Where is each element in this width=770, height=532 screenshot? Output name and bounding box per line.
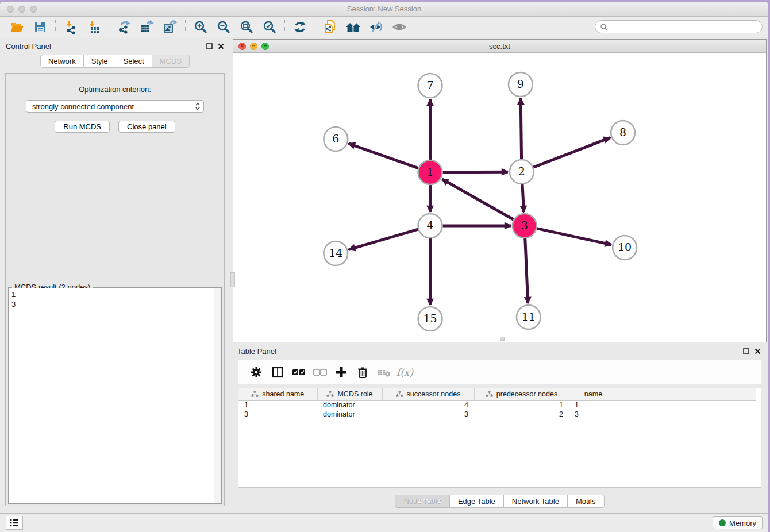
export-image-icon[interactable] [159, 18, 182, 36]
panel-splitter-grip[interactable] [230, 272, 235, 287]
cell-filler [618, 410, 756, 419]
import-table-icon[interactable] [82, 18, 105, 36]
mcds-result-text[interactable]: 13 [9, 288, 214, 503]
table-panel: Table Panel [233, 344, 767, 513]
edge-1-2[interactable] [442, 172, 508, 172]
table-tab-edge-table[interactable]: Edge Table [450, 495, 504, 508]
edge-3-10[interactable] [537, 229, 611, 245]
control-tab-select[interactable]: Select [116, 55, 152, 68]
clone-network-icon[interactable] [319, 18, 342, 36]
graph-node-1[interactable]: 1 [418, 160, 442, 184]
control-tab-network[interactable]: Network [40, 55, 84, 68]
cell-successor-nodes[interactable]: 3 [382, 410, 474, 419]
network-minimize-button[interactable]: − [250, 43, 257, 50]
graph-node-4[interactable]: 4 [418, 214, 442, 238]
cell-successor-nodes[interactable]: 4 [382, 400, 474, 410]
cell-shared-name[interactable]: 1 [238, 400, 317, 410]
edge-3-11[interactable] [525, 238, 528, 303]
save-session-icon[interactable] [29, 18, 52, 36]
graph-node-10[interactable]: 10 [613, 236, 637, 260]
svg-text:11: 11 [522, 310, 536, 323]
graph-node-3[interactable]: 3 [513, 214, 537, 238]
search-input[interactable] [611, 23, 757, 31]
close-panel-icon[interactable] [218, 43, 224, 49]
cell-predecessor-nodes[interactable]: 1 [474, 400, 569, 410]
edge-2-9[interactable] [521, 98, 521, 159]
column-header-shared-name[interactable]: shared name [238, 388, 317, 400]
show-all-icon[interactable] [388, 18, 411, 36]
control-tab-mcds[interactable]: MCDS [152, 55, 190, 68]
window-title: Session: New Session [0, 5, 768, 13]
zoom-in-icon[interactable] [189, 18, 212, 36]
export-table-icon[interactable] [136, 18, 159, 36]
edge-2-3[interactable] [522, 184, 524, 212]
table-tab-motifs[interactable]: Motifs [568, 495, 605, 508]
float-panel-icon[interactable] [743, 348, 749, 354]
table-settings-icon[interactable] [245, 364, 267, 381]
function-builder-icon[interactable]: f(x) [394, 364, 415, 381]
network-canvas[interactable]: 7968124314101511 [233, 53, 766, 342]
edge-1-6[interactable] [349, 144, 418, 168]
zoom-out-icon[interactable] [212, 18, 235, 36]
add-column-icon[interactable] [330, 364, 352, 381]
edge-4-14[interactable] [349, 229, 418, 249]
edge-3-1[interactable] [442, 179, 513, 219]
table-tab-network-table[interactable]: Network Table [504, 495, 568, 508]
column-header-successor-nodes[interactable]: successor nodes [382, 388, 474, 400]
graph-node-11[interactable]: 11 [517, 305, 541, 329]
criterion-dropdown[interactable]: strongly connected component [26, 100, 204, 113]
column-header-name[interactable]: name [569, 388, 618, 400]
split-view-icon[interactable] [267, 364, 288, 381]
graph-node-7[interactable]: 7 [418, 74, 442, 98]
edge-2-8[interactable] [533, 138, 610, 168]
graph-node-2[interactable]: 2 [510, 160, 534, 184]
right-column: × − + scc.txt 7968124314101511 Table Pan… [230, 37, 768, 513]
network-maximize-button[interactable]: + [261, 43, 269, 50]
graph-node-14[interactable]: 14 [324, 241, 348, 265]
result-scrollbar[interactable] [214, 288, 221, 503]
memory-label: Memory [729, 519, 756, 527]
deselect-all-icon[interactable] [309, 364, 330, 381]
cell-name[interactable]: 3 [569, 410, 618, 419]
delete-column-icon[interactable] [352, 364, 373, 381]
network-close-button[interactable]: × [238, 43, 246, 50]
show-hide-panels-icon[interactable] [342, 18, 365, 36]
canvas-resize-grip[interactable] [500, 337, 505, 341]
graph-node-15[interactable]: 15 [418, 307, 442, 331]
zoom-selected-icon[interactable] [258, 18, 281, 36]
network-window-titlebar: × − + scc.txt [233, 40, 766, 53]
control-panel: Control Panel NetworkStyleSelectMCDS Opt… [0, 37, 230, 513]
float-panel-icon[interactable] [206, 43, 213, 49]
table-row[interactable]: 1dominator411 [238, 400, 756, 410]
graph-node-8[interactable]: 8 [611, 121, 635, 145]
cell-predecessor-nodes[interactable]: 2 [474, 410, 569, 419]
open-session-icon[interactable] [6, 18, 29, 36]
memory-button[interactable]: Memory [713, 516, 763, 529]
search-field[interactable] [595, 20, 763, 33]
graph-node-6[interactable]: 6 [324, 127, 348, 151]
graph-node-9[interactable]: 9 [509, 72, 533, 97]
close-panel-icon[interactable] [754, 348, 761, 354]
refresh-view-icon[interactable] [288, 18, 311, 36]
column-header-predecessor-nodes[interactable]: predecessor nodes [474, 388, 569, 400]
svg-text:6: 6 [332, 132, 339, 145]
close-panel-button[interactable]: Close panel [118, 121, 175, 133]
hide-selected-icon[interactable] [365, 18, 388, 36]
toolbar-separator [109, 20, 109, 34]
control-tab-style[interactable]: Style [84, 55, 116, 68]
select-all-check-icon[interactable] [288, 364, 309, 381]
delete-table-icon[interactable] [373, 364, 394, 381]
cell-MCDS-role[interactable]: dominator [317, 410, 382, 419]
cell-MCDS-role[interactable]: dominator [317, 400, 382, 410]
import-network-icon[interactable] [59, 18, 82, 36]
table-tab-node-table[interactable]: Node Table [395, 495, 450, 508]
cell-shared-name[interactable]: 3 [238, 410, 317, 419]
run-mcds-button[interactable]: Run MCDS [55, 121, 110, 133]
column-header-MCDS-role[interactable]: MCDS role [317, 388, 382, 400]
optimization-criterion-label: Optimization criterion: [79, 85, 151, 94]
zoom-fit-icon[interactable] [235, 18, 258, 36]
table-row[interactable]: 3dominator323 [238, 410, 756, 419]
cell-name[interactable]: 1 [569, 400, 618, 410]
export-network-icon[interactable] [113, 18, 136, 36]
task-history-button[interactable] [6, 516, 23, 530]
